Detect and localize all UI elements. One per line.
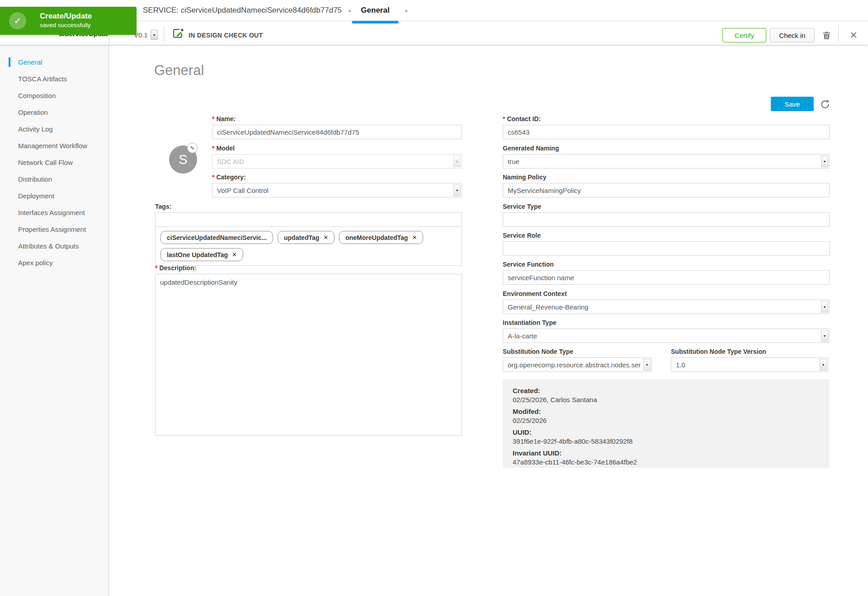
meta-value: 02/25/2026 xyxy=(513,417,830,424)
chevron-down-icon: ▼ xyxy=(643,359,651,371)
name-input[interactable] xyxy=(212,125,462,139)
remove-tag-icon[interactable]: ✕ xyxy=(412,234,417,241)
sidebar-item-tosca-artifacts[interactable]: TOSCA Artifacts xyxy=(0,70,108,87)
tags-label: Tags: xyxy=(155,203,171,210)
category-select[interactable]: VoIP Call Control ▼ xyxy=(212,183,462,197)
lifecycle-status: IN DESIGN CHECK OUT xyxy=(189,32,263,39)
naming-policy-field: Naming Policy xyxy=(503,174,830,197)
service-function-field: Service Function xyxy=(503,261,830,285)
sidebar-item-properties-assignment[interactable]: Properties Assignment xyxy=(0,221,108,238)
generated-naming-select[interactable]: true ▼ xyxy=(503,154,830,169)
substitution-node-type-version-field: Substitution Node Type Version 1.0 ▼ xyxy=(671,348,828,372)
sidebar-item-activity-log[interactable]: Activity Log xyxy=(0,121,108,137)
tag-chip[interactable]: updatedTag ✕ xyxy=(278,231,335,244)
sidebar-item-apex-policy[interactable]: Apex policy xyxy=(0,254,108,271)
model-select: SDC AID ▼ xyxy=(212,154,462,169)
tag-chip[interactable]: oneMoreUpdatedTag ✕ xyxy=(339,231,423,244)
instantiation-type-select[interactable]: A-la-carte ▼ xyxy=(503,329,830,343)
sidebar-item-label: Composition xyxy=(18,92,56,99)
tab-general[interactable]: General xyxy=(352,0,398,21)
substitution-node-type-version-select[interactable]: 1.0 ▼ xyxy=(671,357,828,372)
name-label: Name: xyxy=(216,115,236,122)
service-role-field: Service Role xyxy=(503,232,830,256)
sidebar-item-operation[interactable]: Operation xyxy=(0,104,108,121)
sidebar-item-network-call-flow[interactable]: Network Call Flow xyxy=(0,154,108,171)
meta-value: 02/25/2026, Carlos Santana xyxy=(513,396,830,404)
description-textarea[interactable]: updatedDescriptionSanity xyxy=(155,274,462,436)
naming-policy-label: Naming Policy xyxy=(503,174,546,181)
chevron-down-icon: ▼ xyxy=(821,330,828,342)
toast-title: Create/Update xyxy=(40,12,92,21)
sidebar-item-label: Management Workflow xyxy=(18,142,87,150)
generated-naming-label: Generated Naming xyxy=(503,145,559,152)
contact-id-input[interactable] xyxy=(503,125,830,139)
success-check-icon: ✓ xyxy=(9,12,26,29)
sidebar-item-label: General xyxy=(18,58,42,66)
edit-icon-badge[interactable]: ✎ xyxy=(187,143,198,153)
service-role-input[interactable] xyxy=(503,241,830,256)
meta-label: Invariant UUID: xyxy=(513,449,830,457)
sidebar-item-label: Distribution xyxy=(18,175,52,183)
tags-input[interactable] xyxy=(155,212,462,227)
sidebar-item-label: Attributes & Outputs xyxy=(18,242,79,250)
breadcrumb-arrow-icon: ▸ xyxy=(406,0,408,21)
sidebar-item-deployment[interactable]: Deployment xyxy=(0,188,108,204)
sidebar-item-label: Interfaces Assignment xyxy=(18,209,85,216)
required-marker: * xyxy=(155,264,157,272)
substitution-node-type-label: Substitution Node Type xyxy=(503,348,573,355)
sidebar-item-composition[interactable]: Composition xyxy=(0,87,108,104)
service-type-input[interactable] xyxy=(503,212,830,227)
sidebar-item-label: Operation xyxy=(18,108,48,116)
pencil-icon: ✎ xyxy=(190,145,194,151)
service-function-input[interactable] xyxy=(503,270,830,285)
substitution-node-type-select[interactable]: org.openecomp.resource.abstract.nodes.se… xyxy=(503,357,652,372)
naming-policy-input[interactable] xyxy=(503,183,830,197)
breadcrumb: SERVICE: ciServiceUpdatedNameciService84… xyxy=(143,0,342,21)
model-field: *Model SDC AID ▼ xyxy=(212,145,462,169)
meta-value: 391f6e1e-922f-4bfb-a80c-58343f0292f8 xyxy=(513,437,830,445)
chevron-down-icon: ▼ xyxy=(821,155,828,167)
meta-value: 47a8933e-cb11-46fc-be3c-74e186a4fbe2 xyxy=(513,458,830,466)
tag-chips-container: ciServiceUpdatedNameciServic... updatedT… xyxy=(155,226,462,266)
sidebar-item-distribution[interactable]: Distribution xyxy=(0,171,108,188)
tag-chip[interactable]: lastOne UpdatedTag ✕ xyxy=(160,248,243,261)
version-dropdown[interactable]: ▼ xyxy=(151,30,158,40)
sidebar-item-interfaces-assignment[interactable]: Interfaces Assignment xyxy=(0,204,108,221)
tag-chip-label: oneMoreUpdatedTag xyxy=(345,234,408,241)
remove-tag-icon[interactable]: ✕ xyxy=(323,234,328,241)
active-tab-underline xyxy=(352,21,398,23)
meta-row-uuid: UUID: 391f6e1e-922f-4bfb-a80c-58343f0292… xyxy=(513,428,830,445)
close-icon[interactable]: ✕ xyxy=(846,28,861,42)
contact-id-label: Contact ID: xyxy=(507,115,541,122)
sidebar-item-general[interactable]: General xyxy=(0,54,108,70)
required-marker: * xyxy=(212,174,214,181)
substitution-node-type-field: Substitution Node Type org.openecomp.res… xyxy=(503,348,652,372)
chevron-down-icon: ▼ xyxy=(453,155,461,167)
chevron-down-icon: ▼ xyxy=(453,184,461,196)
check-in-button[interactable]: Check in xyxy=(770,28,815,42)
page-title: General xyxy=(154,62,204,79)
save-button[interactable]: Save xyxy=(771,97,814,111)
left-nav-list: General TOSCA Artifacts Composition Oper… xyxy=(0,54,108,271)
tag-chip-label: updatedTag xyxy=(284,234,319,241)
refresh-icon[interactable] xyxy=(819,99,831,110)
remove-tag-icon[interactable]: ✕ xyxy=(232,251,237,258)
left-nav: General TOSCA Artifacts Composition Oper… xyxy=(0,45,109,596)
certify-button[interactable]: Certify xyxy=(722,28,766,42)
toolbar-divider xyxy=(164,26,164,41)
sidebar-item-label: TOSCA Artifacts xyxy=(18,75,67,83)
environment-context-field: Environment Context General_Revenue-Bear… xyxy=(503,290,830,314)
tag-chip-label: lastOne UpdatedTag xyxy=(167,251,228,258)
meta-row-created: Created: 02/25/2026, Carlos Santana xyxy=(513,387,830,404)
toast-notification[interactable]: ✓ Create/Update saved successfully xyxy=(0,7,137,35)
instantiation-type-field: Instantiation Type A-la-carte ▼ xyxy=(503,319,830,343)
delete-button[interactable] xyxy=(819,28,834,42)
instantiation-type-label: Instantiation Type xyxy=(503,319,557,326)
meta-label: Modifed: xyxy=(513,408,830,415)
sidebar-item-attributes-outputs[interactable]: Attributes & Outputs xyxy=(0,238,108,254)
environment-context-select[interactable]: General_Revenue-Bearing ▼ xyxy=(503,300,830,314)
sidebar-item-management-workflow[interactable]: Management Workflow xyxy=(0,137,108,154)
tag-chip[interactable]: ciServiceUpdatedNameciServic... xyxy=(160,231,273,244)
metadata-box: Created: 02/25/2026, Carlos Santana Modi… xyxy=(503,379,830,468)
sidebar-item-label: Activity Log xyxy=(18,125,53,133)
